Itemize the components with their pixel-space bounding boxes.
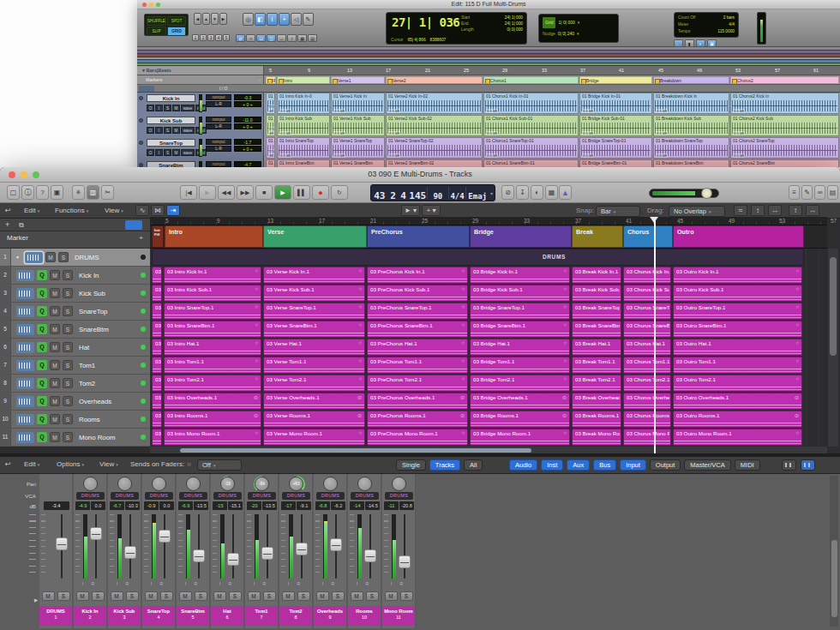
zoom-toggle-icon[interactable]: ⇄	[236, 34, 245, 42]
channel-nameplate[interactable]: Tom2 8	[279, 606, 312, 626]
solo-button[interactable]: S	[126, 591, 139, 601]
catch-playhead-icon[interactable]: ⇥	[166, 205, 180, 216]
track-name[interactable]: SnareBtm	[79, 326, 138, 333]
solo-button[interactable]: S	[63, 288, 73, 298]
track-name[interactable]: Kick In	[79, 272, 138, 279]
pan-knob[interactable]: +63	[289, 477, 303, 491]
mixer-filter-button[interactable]: Aux	[567, 459, 590, 471]
region[interactable]: 03 Chorus Kick In.1	[623, 267, 671, 284]
region[interactable]: 03 Chorus Tom2.1	[623, 375, 671, 392]
session-setting-value[interactable]: 115.0000	[717, 28, 735, 35]
region[interactable]: 03 PreChorus SnareTop.1 ○	[367, 303, 468, 320]
channel-nameplate[interactable]: SnareTop 4	[142, 606, 175, 626]
cycle-button[interactable]: ↻	[331, 185, 348, 200]
solo-button[interactable]: S	[63, 270, 73, 280]
back-icon[interactable]: ↩	[5, 203, 11, 219]
quantize-button[interactable]: Q	[37, 306, 47, 316]
zoom-out-vertical-button[interactable]: ▼	[211, 13, 219, 25]
pan-knob[interactable]	[186, 477, 201, 491]
pan-knob[interactable]	[117, 477, 132, 491]
mute-button[interactable]: M	[50, 414, 60, 424]
region[interactable]: 03 Intro SnareBtm.1 ○	[164, 321, 261, 338]
region[interactable]: 03 PreChorus Rooms.1 ⊙	[367, 411, 468, 428]
lcd-key-value[interactable]: Emaj	[468, 192, 487, 201]
pause-button[interactable]: ▌▌	[293, 185, 310, 200]
play-from-selection-button[interactable]: ▶	[199, 185, 216, 200]
main-counter[interactable]: 27| 1| 036	[392, 15, 459, 29]
apple-loops-icon[interactable]: ∞	[814, 185, 825, 200]
region[interactable]: 03 Break SnareBtm.1	[572, 321, 621, 338]
output-assignment[interactable]: L-R	[206, 101, 231, 107]
volume-value[interactable]: -11.0	[234, 117, 261, 123]
vca-assignment[interactable]: DRUMS	[111, 492, 139, 500]
region[interactable]: 03 Outro Tom2.1 ○	[673, 375, 802, 392]
track-name[interactable]: SnareBtm	[147, 161, 195, 167]
inspector-icon[interactable]: ⓘ	[21, 185, 34, 200]
grid-value[interactable]: 1| 0| 000	[558, 17, 574, 28]
solo-button[interactable]: S	[332, 591, 345, 601]
end-value[interactable]: 24| 1| 000	[505, 21, 523, 27]
session-setting-value[interactable]: 4/4	[729, 21, 735, 28]
pencil-tool-button[interactable]: ✎	[303, 13, 314, 26]
pan-knob[interactable]	[392, 477, 406, 491]
mixer-view-button[interactable]: Single	[396, 459, 426, 471]
region[interactable]: 03 Break Hat.1	[572, 339, 621, 356]
vertical-scrollbar[interactable]	[828, 249, 838, 447]
arrangement-marker[interactable]: PreChorus	[367, 225, 470, 248]
region[interactable]: 03 Verse Kick Sub.1 ○	[263, 285, 365, 302]
fader-handle[interactable]	[159, 530, 171, 543]
mute-button[interactable]: M	[145, 591, 158, 601]
mixer-filter-button[interactable]: Input	[620, 459, 646, 471]
audio-region[interactable]: 01 Verse1 Kick Sub 0.0 dB	[331, 115, 385, 136]
vca-assignment[interactable]: DRUMS	[351, 492, 379, 500]
mixer-edit-menu[interactable]: Edit▾	[24, 457, 39, 472]
mute-button[interactable]: M	[111, 591, 123, 601]
region[interactable]: 03 Outro SnareBtm.1 ○	[673, 321, 802, 338]
vertical-zoom-icon[interactable]: ↕	[751, 205, 765, 216]
pan-value[interactable]: + 0 +	[234, 123, 261, 129]
mute-button[interactable]: M	[45, 252, 56, 262]
solo-button[interactable]: S	[63, 396, 73, 406]
playhead-handle[interactable]	[650, 217, 658, 223]
fader-handle[interactable]	[193, 549, 205, 562]
region[interactable]: 03 PreChorus Overheads.1 ⊙	[367, 393, 468, 410]
channel-nameplate[interactable]: Kick Sub 3	[108, 606, 141, 626]
mute-button[interactable]: M	[172, 127, 180, 134]
library-icon[interactable]: ▢	[7, 185, 20, 200]
arrangement-marker[interactable]: Bridge	[470, 225, 572, 248]
functions-menu[interactable]: Functions▾	[55, 203, 88, 219]
region[interactable]: 03 Verse Mono Room.1 ○	[263, 429, 365, 446]
track-name[interactable]: SnareTop	[147, 139, 195, 147]
solo-button[interactable]: S	[57, 591, 70, 601]
marker[interactable]: Chorus1	[483, 76, 579, 84]
automation-follows-icon[interactable]: ▦	[297, 34, 307, 42]
vca-assignment[interactable]: DRUMS	[145, 492, 173, 500]
mixer-filter-button[interactable]: Audio	[509, 459, 537, 471]
session-setting-value[interactable]: 2 bars	[723, 15, 735, 21]
add-marker-icon[interactable]: +	[258, 75, 261, 85]
region[interactable]: 03 Chorus Hat.1	[623, 339, 671, 356]
fader-handle[interactable]	[124, 546, 136, 559]
region[interactable]: 03 Verse Overheads.1 ⊙	[263, 393, 365, 410]
bar-ruler[interactable]: 59131721252933374145495357	[150, 217, 827, 225]
track-name[interactable]: Kick In	[147, 94, 195, 102]
input-monitor-record-buttons[interactable]: I R	[382, 581, 415, 586]
solo-button[interactable]: S	[63, 342, 73, 352]
quantize-button[interactable]: Q	[37, 378, 47, 388]
region[interactable]: 03 Bridge Hat.1 ○	[470, 339, 570, 356]
mixer-view-button[interactable]: Tracks	[429, 459, 460, 471]
channel-nameplate[interactable]: Tom1 7	[245, 606, 278, 626]
region[interactable]: 03 Break SnareTop.1	[572, 303, 621, 320]
folder-track-region[interactable]: DRUMS	[152, 249, 804, 266]
snap-menu[interactable]: Bar▾	[596, 206, 640, 217]
flex-icon[interactable]: ⋈	[151, 205, 165, 216]
region[interactable]: 03 PreChorus Tom1.1 ○	[367, 357, 468, 374]
audio-region[interactable]: 01 Verse1 SnareTop 0.0 dB	[331, 137, 385, 159]
arrangement-marker[interactable]: Break	[572, 225, 623, 248]
track-header[interactable]: 7 Q M S Tom1	[0, 357, 150, 375]
drag-menu[interactable]: No Overlap▾	[669, 206, 725, 217]
region[interactable]: 03 Outro Kick In.1 ○	[673, 267, 802, 284]
quantize-button[interactable]: Q	[37, 396, 47, 406]
waveform-zoom-icon[interactable]: ≈	[734, 205, 747, 216]
mixer-icon[interactable]: ▥	[87, 185, 99, 200]
